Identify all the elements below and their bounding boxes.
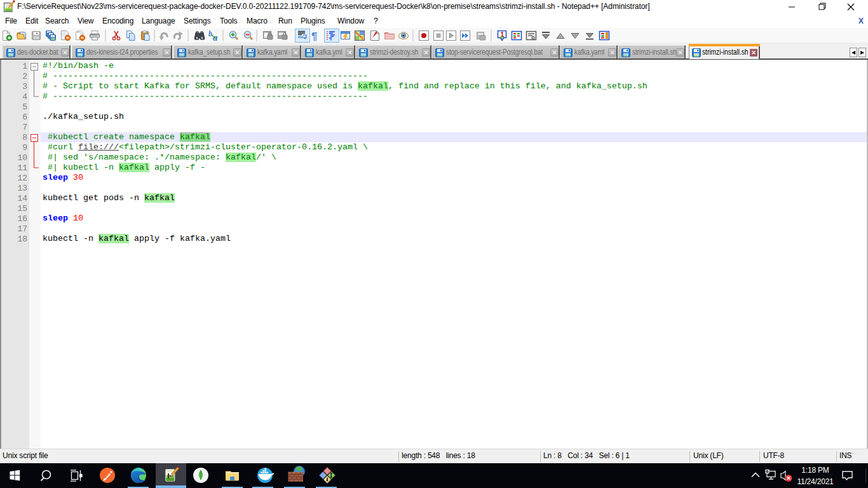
svg-text:¶: ¶ [311, 30, 317, 43]
svg-text:1: 1 [500, 30, 504, 38]
svg-text:b: b [208, 29, 212, 38]
